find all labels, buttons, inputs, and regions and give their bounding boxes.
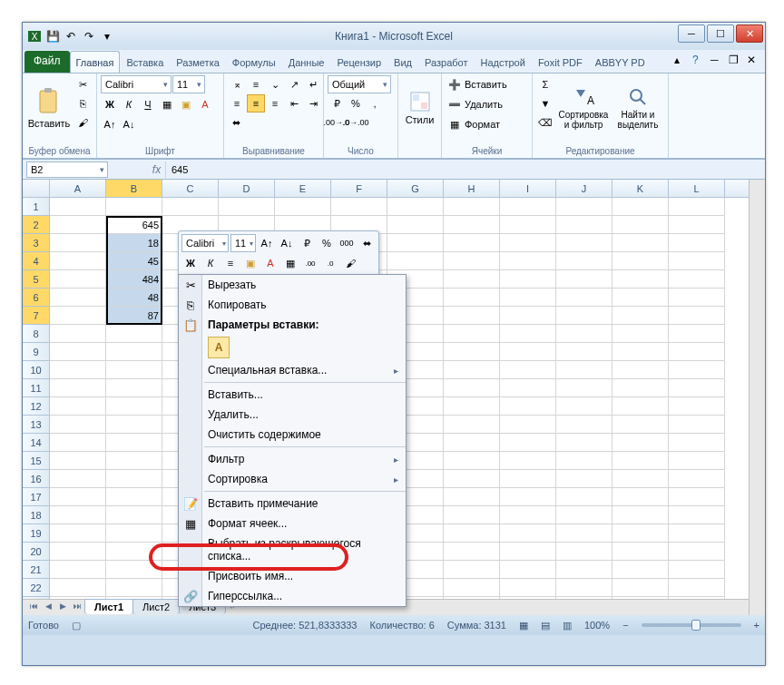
styles-button[interactable]: Стили	[402, 75, 437, 141]
row-header[interactable]: 3	[23, 234, 50, 252]
cell[interactable]	[669, 216, 725, 234]
mini-font-combo[interactable]: Calibri	[181, 234, 229, 252]
fill-color-button[interactable]: ▣	[177, 95, 195, 113]
row-header[interactable]: 8	[23, 325, 50, 343]
maximize-button[interactable]: ☐	[707, 24, 734, 43]
cell[interactable]	[50, 579, 106, 597]
cell[interactable]	[50, 416, 106, 434]
row-header[interactable]: 14	[23, 434, 50, 452]
cell[interactable]	[612, 216, 669, 234]
cell[interactable]	[500, 524, 556, 543]
cell[interactable]	[556, 524, 612, 543]
cell[interactable]	[669, 452, 725, 470]
cell[interactable]	[556, 434, 612, 452]
zoom-in-icon[interactable]: +	[754, 620, 760, 631]
cell[interactable]	[556, 379, 612, 397]
col-header[interactable]: F	[331, 180, 387, 197]
sheet-tab[interactable]: Лист2	[132, 599, 180, 614]
mini-dec-decimal-icon[interactable]: .0	[321, 254, 339, 272]
col-header[interactable]: E	[275, 180, 331, 197]
cell[interactable]	[500, 361, 556, 379]
cell[interactable]	[669, 325, 725, 343]
cell[interactable]	[106, 325, 162, 343]
delete-cells-label[interactable]: Удалить	[465, 99, 503, 110]
cell[interactable]	[500, 416, 556, 434]
cell[interactable]	[50, 488, 106, 506]
cell[interactable]	[444, 325, 500, 343]
row-header[interactable]: 13	[23, 416, 50, 434]
sheet-nav-prev-icon[interactable]: ◀	[41, 599, 55, 613]
cell[interactable]	[50, 289, 106, 307]
cell[interactable]	[612, 343, 669, 361]
cell[interactable]	[106, 506, 162, 524]
find-select-button[interactable]: Найти и выделить	[612, 75, 663, 141]
cell[interactable]	[50, 234, 106, 252]
col-header[interactable]: G	[387, 180, 444, 197]
grow-font-icon[interactable]: A↑	[101, 115, 119, 133]
col-header[interactable]: C	[162, 180, 219, 197]
help-icon[interactable]: ?	[692, 54, 707, 68]
cell[interactable]	[556, 452, 612, 470]
cell[interactable]	[669, 434, 725, 452]
cell[interactable]	[444, 343, 500, 361]
mini-format-painter-icon[interactable]: 🖌	[341, 254, 359, 272]
row-header[interactable]: 22	[23, 579, 50, 597]
cell[interactable]	[50, 506, 106, 524]
cell[interactable]	[106, 488, 162, 506]
cell[interactable]	[612, 379, 669, 397]
cell[interactable]	[669, 234, 725, 252]
italic-button[interactable]: К	[120, 95, 138, 113]
mini-size-combo[interactable]: 11	[230, 234, 256, 252]
cell[interactable]	[556, 488, 612, 506]
menu-insert[interactable]: Вставить...	[179, 385, 406, 405]
mini-font-color-icon[interactable]: A	[261, 254, 279, 272]
currency-icon[interactable]: ₽	[328, 94, 346, 113]
qat-customize-icon[interactable]: ▾	[99, 28, 115, 44]
cell[interactable]	[556, 325, 612, 343]
cell[interactable]	[50, 270, 106, 289]
cell[interactable]	[444, 561, 500, 579]
cell[interactable]	[500, 289, 556, 307]
cell[interactable]	[500, 270, 556, 289]
bold-button[interactable]: Ж	[101, 95, 119, 113]
cell[interactable]	[50, 524, 106, 543]
cell[interactable]	[50, 216, 106, 234]
cell[interactable]: 484	[106, 270, 162, 289]
cell[interactable]	[444, 470, 500, 488]
cell[interactable]	[50, 325, 106, 343]
cell[interactable]	[50, 397, 106, 416]
row-header[interactable]: 10	[23, 361, 50, 379]
tab-formulas[interactable]: Формулы	[226, 51, 282, 73]
cell[interactable]	[106, 198, 162, 216]
cell[interactable]	[556, 506, 612, 524]
cell[interactable]	[500, 216, 556, 234]
row-header[interactable]: 15	[23, 452, 50, 470]
cell[interactable]	[669, 543, 725, 561]
menu-hyperlink[interactable]: 🔗Гиперссылка...	[179, 586, 406, 606]
cell[interactable]	[500, 488, 556, 506]
cell[interactable]	[500, 506, 556, 524]
paste-button[interactable]: Вставить	[26, 75, 72, 141]
cell[interactable]	[500, 470, 556, 488]
cell[interactable]	[50, 361, 106, 379]
col-header[interactable]: L	[669, 180, 725, 197]
fill-icon[interactable]: ▼	[536, 94, 554, 113]
cell[interactable]	[444, 434, 500, 452]
row-header[interactable]: 18	[23, 506, 50, 524]
cell[interactable]	[444, 397, 500, 416]
mini-inc-decimal-icon[interactable]: .00	[301, 254, 319, 272]
cell[interactable]	[500, 434, 556, 452]
cell[interactable]	[556, 234, 612, 252]
zoom-value[interactable]: 100%	[584, 620, 610, 631]
menu-sort[interactable]: Сортировка▸	[179, 469, 406, 489]
cell[interactable]	[106, 416, 162, 434]
row-header[interactable]: 17	[23, 488, 50, 506]
cell[interactable]	[556, 561, 612, 579]
tab-addins[interactable]: Надстрой	[474, 51, 531, 73]
tab-foxit[interactable]: Foxit PDF	[532, 51, 589, 73]
cell[interactable]	[106, 434, 162, 452]
cell[interactable]	[556, 307, 612, 325]
file-tab[interactable]: Файл	[24, 51, 70, 73]
cell[interactable]	[612, 361, 669, 379]
col-header[interactable]: B	[106, 180, 162, 197]
